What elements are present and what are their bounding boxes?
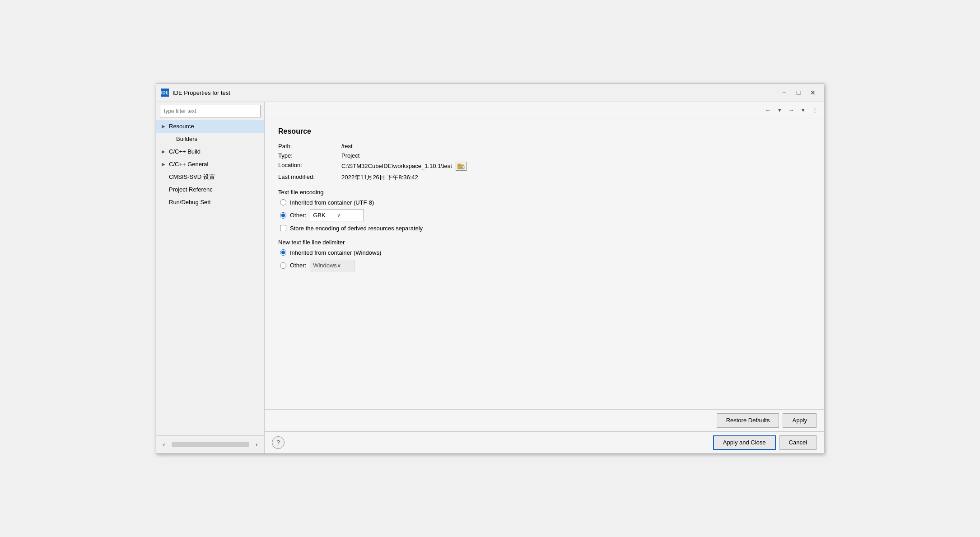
back-dropdown-button[interactable]: ▾	[774, 104, 785, 115]
path-label: Path:	[278, 143, 341, 149]
cancel-button[interactable]: Cancel	[779, 435, 817, 450]
minimize-button[interactable]: −	[778, 88, 790, 98]
last-modified-value: 2022年11月26日 下午8:36:42	[341, 173, 418, 182]
other-encoding-label: Other:	[290, 212, 306, 219]
sidebar-item-cpp-build[interactable]: ▶C/C++ Build	[156, 145, 264, 158]
encoding-section-label: Text file encoding	[278, 189, 810, 196]
type-row: Type: Project	[278, 152, 810, 159]
last-modified-row: Last modified: 2022年11月26日 下午8:36:42	[278, 173, 810, 182]
expand-arrow-icon: ▶	[162, 162, 169, 167]
location-label: Location:	[278, 162, 341, 168]
forward-dropdown-button[interactable]: ▾	[798, 104, 808, 115]
expand-arrow-icon: ▶	[162, 149, 169, 154]
filter-input[interactable]	[160, 105, 261, 117]
inherited-delimiter-radio[interactable]	[280, 249, 286, 256]
encoding-value: GBK	[313, 212, 337, 219]
sidebar-item-cpp-general[interactable]: ▶C/C++ General	[156, 158, 264, 171]
sidebar-item-run-debug[interactable]: Run/Debug Sett	[156, 196, 264, 209]
encoding-section: Text file encoding Inherited from contai…	[278, 189, 810, 232]
sidebar-back-button[interactable]: ‹	[158, 439, 170, 450]
forward-button[interactable]: →	[786, 104, 797, 115]
sidebar-item-project-ref[interactable]: Project Referenc	[156, 183, 264, 196]
sidebar-item-label: C/C++ General	[169, 161, 208, 168]
store-encoding-checkbox[interactable]	[280, 225, 286, 231]
delimiter-section-label: New text file line delimiter	[278, 239, 810, 246]
info-table: Path: /test Type: Project Location: C:\S…	[278, 143, 810, 182]
footer-row2: ? Apply and Close Cancel	[265, 431, 824, 453]
delimiter-dropdown: Windows ∨	[310, 260, 355, 271]
sidebar-item-label: Builders	[176, 135, 197, 142]
store-encoding-label: Store the encoding of derived resources …	[290, 225, 423, 232]
help-button[interactable]: ?	[272, 436, 285, 449]
content-area: ▶ResourceBuilders▶C/C++ Build▶C/C++ Gene…	[156, 102, 824, 453]
store-encoding-row: Store the encoding of derived resources …	[278, 225, 810, 232]
type-value: Project	[341, 152, 359, 159]
back-button[interactable]: ←	[762, 104, 773, 115]
apply-button[interactable]: Apply	[783, 413, 817, 428]
other-delimiter-row: Other: Windows ∨	[278, 260, 810, 271]
sidebar-item-resource[interactable]: ▶Resource	[156, 120, 264, 133]
restore-defaults-button[interactable]: Restore Defaults	[717, 413, 779, 428]
sidebar: ▶ResourceBuilders▶C/C++ Build▶C/C++ Gene…	[156, 102, 265, 453]
close-button[interactable]: ✕	[807, 88, 819, 98]
other-delimiter-radio[interactable]	[280, 262, 286, 269]
window-controls: − □ ✕	[778, 88, 819, 98]
inherited-encoding-row: Inherited from container (UTF-8)	[278, 199, 810, 206]
expand-arrow-icon: ▶	[162, 124, 169, 129]
location-row: Location: C:\STM32CubeIDE\workspace_1.10…	[278, 162, 810, 171]
sidebar-item-cmsis-svd[interactable]: CMSIS-SVD 设置	[156, 171, 264, 183]
main-panel: ← ▾ → ▾ ⋮ Resource Path: /test Type: P	[265, 102, 824, 453]
location-path: C:\STM32CubeIDE\workspace_1.10.1\test	[341, 163, 452, 169]
apply-and-close-button[interactable]: Apply and Close	[713, 435, 776, 450]
delimiter-value: Windows	[313, 262, 337, 269]
path-value: /test	[341, 143, 353, 149]
section-title: Resource	[278, 127, 810, 135]
other-encoding-row: Other: GBK ∨	[278, 210, 810, 221]
last-modified-label: Last modified:	[278, 173, 341, 180]
sidebar-item-builders[interactable]: Builders	[156, 133, 264, 145]
properties-dialog: IDE IDE Properties for test − □ ✕ ▶Resou…	[156, 84, 824, 454]
tree-area: ▶ResourceBuilders▶C/C++ Build▶C/C++ Gene…	[156, 120, 264, 435]
title-bar: IDE IDE Properties for test − □ ✕	[156, 84, 824, 102]
main-footer: Restore Defaults Apply ? Apply and Close…	[265, 409, 824, 453]
inherited-delimiter-row: Inherited from container (Windows)	[278, 249, 810, 256]
footer-action-buttons: Apply and Close Cancel	[713, 435, 817, 450]
main-toolbar: ← ▾ → ▾ ⋮	[265, 102, 824, 118]
ide-icon: IDE	[161, 89, 169, 97]
footer-row1: Restore Defaults Apply	[265, 410, 824, 431]
sidebar-item-label: Project Referenc	[169, 186, 213, 193]
inherited-encoding-radio[interactable]	[280, 199, 286, 205]
sidebar-forward-button[interactable]: ›	[251, 439, 262, 450]
path-row: Path: /test	[278, 143, 810, 149]
sidebar-footer: ‹ ›	[156, 435, 264, 453]
location-value-container: C:\STM32CubeIDE\workspace_1.10.1\test	[341, 162, 467, 171]
sidebar-item-label: C/C++ Build	[169, 148, 201, 155]
other-delimiter-label: Other:	[290, 262, 306, 269]
encoding-dropdown-arrow: ∨	[337, 212, 361, 218]
main-content: Resource Path: /test Type: Project Locat…	[265, 118, 824, 409]
maximize-button[interactable]: □	[792, 88, 805, 98]
delimiter-section: New text file line delimiter Inherited f…	[278, 239, 810, 271]
dialog-title: IDE Properties for test	[173, 89, 778, 96]
sidebar-item-label: Resource	[169, 123, 194, 130]
inherited-delimiter-label: Inherited from container (Windows)	[290, 249, 381, 256]
delimiter-dropdown-arrow: ∨	[337, 262, 352, 269]
svg-rect-1	[457, 164, 461, 165]
inherited-encoding-label: Inherited from container (UTF-8)	[290, 199, 374, 206]
sidebar-scrollbar[interactable]	[172, 442, 249, 447]
sidebar-item-label: CMSIS-SVD 设置	[169, 173, 215, 181]
other-encoding-radio[interactable]	[280, 212, 286, 219]
type-label: Type:	[278, 152, 341, 159]
encoding-dropdown[interactable]: GBK ∨	[310, 210, 364, 221]
menu-button[interactable]: ⋮	[809, 104, 820, 115]
sidebar-item-label: Run/Debug Sett	[169, 199, 211, 205]
browse-icon[interactable]	[456, 162, 467, 171]
